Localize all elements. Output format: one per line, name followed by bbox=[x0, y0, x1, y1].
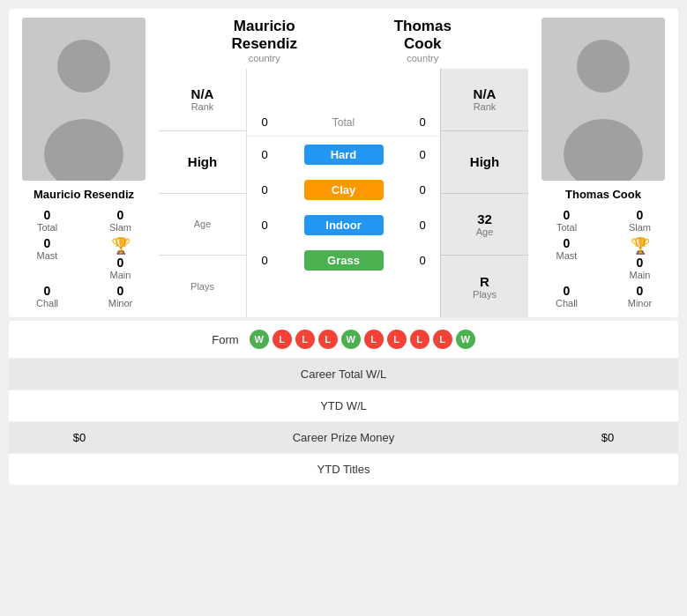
right-total-label: Total bbox=[556, 222, 577, 233]
right-chall-label: Chall bbox=[556, 298, 578, 308]
form-section: Form WLLLWLLLLW bbox=[132, 330, 555, 349]
form-badge-8: L bbox=[433, 330, 452, 349]
hard-score-left: 0 bbox=[247, 148, 282, 161]
left-mast-stat: 0 Mast bbox=[18, 236, 77, 280]
grass-score-right: 0 bbox=[405, 254, 440, 267]
bottom-section: Form WLLLWLLLLW Career Total W/L YTD W/L… bbox=[9, 321, 678, 485]
left-name-header: MauricioResendiz country bbox=[176, 18, 344, 63]
right-minor-stat: 0 Minor bbox=[610, 284, 669, 308]
left-player-name-header: MauricioResendiz bbox=[231, 18, 297, 53]
right-mast-value: 0 bbox=[564, 236, 571, 250]
left-chall-stat: 0 Chall bbox=[18, 284, 77, 308]
right-high-value: High bbox=[470, 154, 499, 169]
left-slam-value: 0 bbox=[117, 208, 124, 222]
right-rank-stat: N/A Rank bbox=[441, 69, 528, 131]
comparison-card: Mauricio Resendiz 0 Total 0 Slam 0 Mast … bbox=[9, 9, 678, 317]
right-mast-label: Mast bbox=[556, 250, 578, 261]
main-container: Mauricio Resendiz 0 Total 0 Slam 0 Mast … bbox=[0, 0, 687, 494]
hard-score-right: 0 bbox=[405, 148, 440, 161]
left-mast-value: 0 bbox=[44, 236, 51, 250]
career-total-row: Career Total W/L bbox=[9, 359, 678, 390]
left-plays-stat: Plays bbox=[159, 256, 246, 317]
right-main-label: Main bbox=[630, 270, 651, 280]
left-chall-value: 0 bbox=[44, 284, 51, 298]
left-total-value: 0 bbox=[44, 208, 51, 222]
right-total-value: 0 bbox=[564, 208, 571, 222]
grass-row: 0 Grass 0 bbox=[247, 242, 440, 278]
prize-money-row: $0 Career Prize Money $0 bbox=[9, 422, 678, 454]
left-minor-value: 0 bbox=[117, 284, 124, 298]
right-slam-label: Slam bbox=[629, 222, 651, 233]
left-total-label: Total bbox=[37, 222, 57, 233]
form-badge-1: L bbox=[273, 330, 292, 349]
right-slam-stat: 0 Slam bbox=[610, 208, 669, 233]
grass-badge-wrap: Grass bbox=[282, 250, 405, 271]
form-badge-7: L bbox=[410, 330, 429, 349]
left-plays-label: Plays bbox=[190, 281, 214, 292]
ytd-titles-row: YTD Titles bbox=[9, 454, 678, 485]
right-plays-label: Plays bbox=[473, 289, 497, 300]
right-rank-value: N/A bbox=[474, 86, 497, 101]
names-row: MauricioResendiz country ThomasCook coun… bbox=[159, 9, 528, 69]
indoor-badge: Indoor bbox=[304, 215, 384, 235]
hard-badge-wrap: Hard bbox=[282, 145, 405, 165]
right-chall-value: 0 bbox=[564, 284, 571, 298]
right-trophy-main: 🏆 0 Main bbox=[610, 236, 669, 280]
right-player-card: Thomas Cook 0 Total 0 Slam 0 Mast 🏆 0 M bbox=[528, 9, 678, 317]
total-row: 0 Total 0 bbox=[247, 108, 440, 137]
hard-row: 0 Hard 0 bbox=[247, 137, 440, 172]
left-player-card: Mauricio Resendiz 0 Total 0 Slam 0 Mast … bbox=[9, 9, 159, 317]
right-player-avatar bbox=[541, 18, 665, 181]
right-trophy-icon: 🏆 bbox=[631, 236, 650, 256]
left-trophy-icon: 🏆 bbox=[111, 236, 131, 256]
prize-money-right: $0 bbox=[555, 431, 661, 444]
career-total-label: Career Total W/L bbox=[132, 367, 555, 381]
right-minor-value: 0 bbox=[637, 284, 644, 298]
right-age-label: Age bbox=[476, 226, 494, 237]
center-stats-layout: N/A Rank High Age Plays bbox=[159, 69, 528, 317]
right-main-value: 0 bbox=[637, 256, 644, 270]
form-badge-4: W bbox=[341, 330, 361, 349]
ytd-wl-row: YTD W/L bbox=[9, 390, 678, 422]
total-score-right: 0 bbox=[405, 115, 440, 129]
right-mast-stat: 0 Mast bbox=[537, 236, 596, 280]
right-age-stat: 32 Age bbox=[441, 194, 528, 256]
left-rank-stat: N/A Rank bbox=[159, 69, 246, 131]
left-rank-label: Rank bbox=[191, 101, 214, 112]
grass-badge: Grass bbox=[304, 250, 384, 271]
form-badge-0: W bbox=[250, 330, 269, 349]
right-chall-stat: 0 Chall bbox=[537, 284, 596, 308]
form-badge-6: L bbox=[387, 330, 407, 349]
clay-row: 0 Clay 0 bbox=[247, 172, 440, 207]
left-rank-value: N/A bbox=[191, 86, 214, 101]
prize-money-label: Career Prize Money bbox=[132, 431, 555, 444]
total-score-left: 0 bbox=[247, 115, 282, 129]
left-high-value: High bbox=[188, 154, 217, 169]
right-center-stats-panel: N/A Rank High 32 Age R Plays bbox=[440, 69, 528, 317]
left-player-stats: 0 Total 0 Slam 0 Mast 🏆 0 Main 0 bbox=[18, 208, 150, 308]
right-rank-label: Rank bbox=[474, 101, 497, 112]
left-slam-label: Slam bbox=[109, 222, 131, 233]
left-chall-label: Chall bbox=[36, 298, 58, 308]
form-badge-3: L bbox=[318, 330, 338, 349]
clay-badge-wrap: Clay bbox=[282, 180, 405, 200]
clay-score-right: 0 bbox=[405, 183, 440, 197]
form-row: Form WLLLWLLLLW bbox=[9, 321, 678, 359]
clay-score-left: 0 bbox=[247, 183, 282, 197]
left-player-name: Mauricio Resendiz bbox=[34, 188, 134, 201]
ytd-wl-label: YTD W/L bbox=[132, 399, 555, 412]
right-player-name: Thomas Cook bbox=[565, 188, 641, 201]
left-age-stat: Age bbox=[159, 194, 246, 256]
form-badges-container: WLLLWLLLLW bbox=[250, 330, 475, 349]
right-age-value: 32 bbox=[477, 212, 492, 226]
indoor-row: 0 Indoor 0 bbox=[247, 207, 440, 242]
center-content: MauricioResendiz country ThomasCook coun… bbox=[159, 9, 528, 317]
left-minor-stat: 0 Minor bbox=[91, 284, 150, 308]
ytd-titles-label: YTD Titles bbox=[132, 463, 555, 476]
form-badge-9: W bbox=[456, 330, 475, 349]
left-center-stats-panel: N/A Rank High Age Plays bbox=[159, 69, 247, 317]
prize-money-left: $0 bbox=[26, 431, 132, 444]
svg-point-1 bbox=[57, 40, 110, 93]
left-trophy-main: 🏆 0 Main bbox=[91, 236, 150, 280]
svg-point-4 bbox=[577, 40, 630, 93]
